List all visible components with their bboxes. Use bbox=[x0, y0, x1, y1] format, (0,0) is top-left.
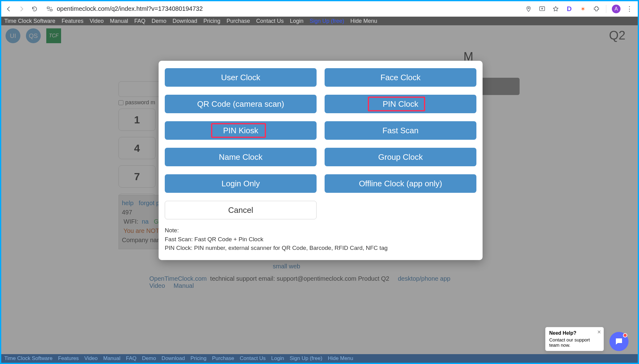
help-close-icon[interactable]: ✕ bbox=[597, 329, 601, 335]
user-clock-button[interactable]: User Clock bbox=[165, 68, 317, 87]
nav-item[interactable]: Contact Us bbox=[256, 18, 284, 24]
note-line-1: Fast Scan: Fast QR Code + Pin Clock bbox=[165, 235, 476, 244]
offline-clock-button[interactable]: Offline Clock (app only) bbox=[325, 174, 476, 193]
nav-item[interactable]: Login bbox=[290, 18, 303, 24]
clock-mode-modal: User Clock Face Clock QR Code (camera sc… bbox=[159, 61, 483, 260]
site-top-nav: Time Clock Software Features Video Manua… bbox=[1, 17, 638, 25]
pin-clock-button[interactable]: PIN Clock bbox=[325, 95, 476, 113]
ext-carrot-icon[interactable]: ✶ bbox=[579, 5, 587, 13]
bnav-item[interactable]: Purchase bbox=[212, 355, 234, 362]
back-button[interactable] bbox=[4, 5, 13, 13]
extensions-icon[interactable] bbox=[592, 5, 600, 13]
site-settings-icon[interactable] bbox=[46, 5, 54, 13]
browser-right-icons: D ✶ A ⋮ bbox=[525, 5, 635, 13]
modal-note: Note: Fast Scan: Fast QR Code + Pin Cloc… bbox=[165, 226, 476, 253]
chat-notification-dot bbox=[623, 333, 627, 337]
nav-item[interactable]: Features bbox=[61, 18, 83, 24]
bnav-item[interactable]: Sign Up (free) bbox=[290, 355, 322, 362]
pin-clock-label: PIN Clock bbox=[383, 99, 418, 109]
cancel-button[interactable]: Cancel bbox=[165, 201, 317, 219]
nav-item[interactable]: Purchase bbox=[226, 18, 250, 24]
bookmark-star-icon[interactable] bbox=[552, 5, 560, 13]
bnav-item[interactable]: Video bbox=[84, 355, 98, 362]
login-only-button[interactable]: Login Only bbox=[165, 174, 317, 193]
face-clock-button[interactable]: Face Clock bbox=[325, 68, 476, 87]
pin-kiosk-button[interactable]: PIN Kiosk bbox=[165, 121, 317, 140]
nav-hide-menu[interactable]: Hide Menu bbox=[351, 18, 377, 24]
help-popup[interactable]: ✕ Need Help? Contact our support team no… bbox=[545, 327, 604, 351]
bnav-item[interactable]: Time Clock Software bbox=[4, 355, 52, 362]
bnav-item[interactable]: Hide Menu bbox=[328, 355, 353, 362]
modal-button-grid: User Clock Face Clock QR Code (camera sc… bbox=[165, 68, 476, 219]
svg-point-2 bbox=[528, 7, 529, 9]
chat-bubble-button[interactable] bbox=[609, 332, 629, 351]
nav-signup[interactable]: Sign Up (free) bbox=[309, 18, 344, 24]
help-text: Contact our support team now. bbox=[549, 337, 600, 348]
bnav-item[interactable]: Contact Us bbox=[240, 355, 266, 362]
divider bbox=[606, 5, 606, 13]
url-text: opentimeclock.com/q2/index.html?v=173408… bbox=[57, 5, 203, 12]
nav-item[interactable]: Pricing bbox=[203, 18, 220, 24]
bnav-item[interactable]: Download bbox=[162, 355, 185, 362]
name-clock-button[interactable]: Name Clock bbox=[165, 148, 317, 166]
bnav-item[interactable]: Login bbox=[271, 355, 284, 362]
ext-d-icon[interactable]: D bbox=[565, 5, 573, 13]
help-title: Need Help? bbox=[549, 330, 600, 336]
location-icon[interactable] bbox=[525, 5, 533, 13]
address-bar[interactable]: opentimeclock.com/q2/index.html?v=173408… bbox=[43, 5, 520, 13]
forward-button[interactable] bbox=[17, 5, 26, 13]
qr-code-button[interactable]: QR Code (camera scan) bbox=[165, 95, 317, 113]
nav-item[interactable]: Demo bbox=[151, 18, 166, 24]
nav-item[interactable]: Manual bbox=[110, 18, 128, 24]
profile-avatar[interactable]: A bbox=[612, 5, 620, 13]
svg-rect-1 bbox=[50, 9, 52, 10]
nav-item[interactable]: Video bbox=[89, 18, 104, 24]
install-icon[interactable] bbox=[538, 5, 546, 13]
nav-item[interactable]: Time Clock Software bbox=[4, 18, 55, 24]
nav-item[interactable]: Download bbox=[172, 18, 197, 24]
bnav-item[interactable]: Pricing bbox=[190, 355, 206, 362]
bnav-item[interactable]: Demo bbox=[142, 355, 156, 362]
nav-item[interactable]: FAQ bbox=[134, 18, 145, 24]
note-line-2: PIN Clock: PIN number, external scanner … bbox=[165, 244, 476, 253]
reload-button[interactable] bbox=[30, 5, 39, 13]
kebab-menu-icon[interactable]: ⋮ bbox=[626, 5, 633, 13]
svg-rect-0 bbox=[47, 7, 49, 8]
bnav-item[interactable]: Features bbox=[58, 355, 79, 362]
site-bottom-nav: Time Clock Software Features Video Manua… bbox=[1, 354, 638, 363]
page-content: UI QS TCF Q2 M in password m 1 4 7 clea … bbox=[1, 25, 638, 354]
bnav-item[interactable]: Manual bbox=[103, 355, 120, 362]
browser-toolbar: opentimeclock.com/q2/index.html?v=173408… bbox=[1, 1, 638, 17]
bnav-item[interactable]: FAQ bbox=[126, 355, 136, 362]
fast-scan-button[interactable]: Fast Scan bbox=[325, 121, 476, 140]
group-clock-button[interactable]: Group Clock bbox=[325, 148, 476, 166]
note-label: Note: bbox=[165, 226, 476, 235]
pin-kiosk-label: PIN Kiosk bbox=[223, 126, 258, 135]
